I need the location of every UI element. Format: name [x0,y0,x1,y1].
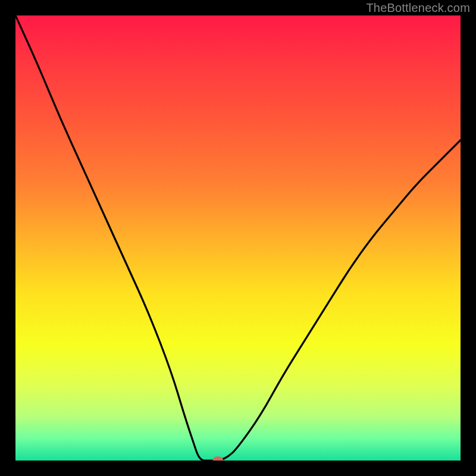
watermark-text: TheBottleneck.com [366,1,470,15]
plot-area [15,15,461,461]
chart-svg [15,15,461,461]
chart-container: TheBottleneck.com [0,0,476,476]
gradient-background [15,15,461,461]
